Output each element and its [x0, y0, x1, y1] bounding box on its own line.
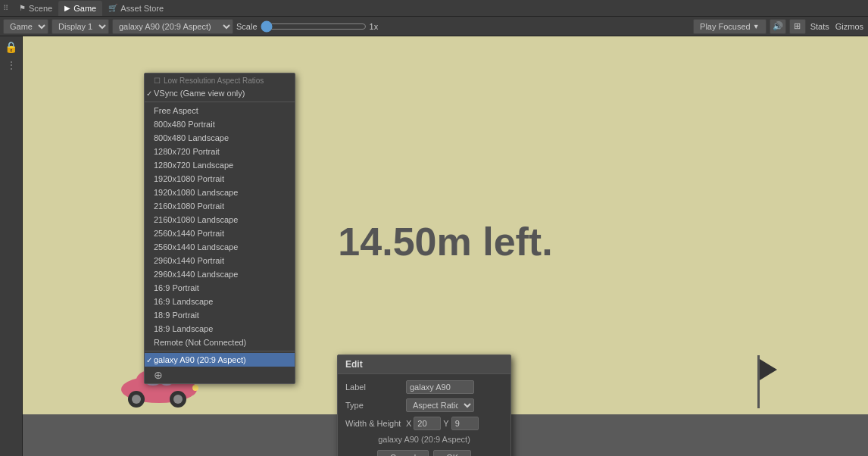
menu-item-vsync[interactable]: VSync (Game view only): [145, 86, 295, 100]
low-res-label: Low Resolution Aspect Ratios: [164, 77, 264, 85]
2560x1440l-label: 2560x1440 Landscape: [154, 242, 238, 251]
stats-label[interactable]: Stats: [809, 22, 831, 31]
aspect-select[interactable]: galaxy A90 (20:9 Aspect): [112, 19, 233, 34]
menu-item-2560x1440l[interactable]: 2560x1440 Landscape: [145, 240, 295, 254]
scale-slider[interactable]: [261, 20, 367, 33]
menu-item-189p[interactable]: 18:9 Portrait: [145, 308, 295, 322]
tab-game-label: Game: [73, 4, 96, 13]
189l-label: 18:9 Landscape: [154, 324, 213, 333]
y-label: Y: [443, 419, 448, 428]
wh-row: Width & Height X Y: [345, 417, 503, 430]
drag-handle: ⠿: [3, 4, 8, 12]
galaxy-a90-label: galaxy A90 (20:9 Aspect): [154, 355, 246, 364]
play-focused-button[interactable]: Play Focused ▼: [693, 19, 767, 34]
1920x1080p-label: 1920x1080 Portrait: [154, 174, 224, 183]
menu-item-1280x720p[interactable]: 1280x720 Portrait: [145, 145, 295, 158]
menu-item-2160x1080l[interactable]: 2160x1080 Landscape: [145, 213, 295, 226]
edit-preview: galaxy A90 (20:9 Aspect): [345, 435, 503, 444]
type-field-label: Type: [345, 401, 406, 410]
svg-point-7: [173, 395, 183, 404]
play-focused-label: Play Focused: [700, 22, 751, 31]
2960x1440p-label: 2960x1440 Portrait: [154, 256, 224, 265]
edit-buttons: Cancel OK: [345, 450, 503, 456]
169p-label: 16:9 Portrait: [154, 283, 199, 292]
type-select[interactable]: Aspect Ratio: [406, 398, 474, 412]
remote-label: Remote (Not Connected): [154, 338, 246, 347]
menu-item-2960x1440l[interactable]: 2960x1440 Landscape: [145, 267, 295, 281]
tab-asset-store[interactable]: 🛒 Asset Store: [102, 1, 170, 16]
edit-dialog: Edit Label Type Aspect Ratio Width & Hei…: [337, 354, 511, 456]
x-input[interactable]: [414, 417, 441, 430]
menu-item-800x480l[interactable]: 800x480 Landscape: [145, 131, 295, 145]
edit-dialog-title: Edit: [338, 355, 510, 374]
audio-icon: 🔊: [773, 21, 783, 31]
menu-item-800x480p[interactable]: 800x480 Portrait: [145, 117, 295, 131]
scene-icon: ⚑: [19, 4, 26, 12]
edit-dialog-body: Label Type Aspect Ratio Width & Height X: [338, 374, 510, 456]
cancel-button[interactable]: Cancel: [377, 450, 429, 456]
2960x1440l-label: 2960x1440 Landscape: [154, 270, 238, 279]
menu-item-2560x1440p[interactable]: 2560x1440 Portrait: [145, 226, 295, 240]
189p-label: 18:9 Portrait: [154, 311, 199, 320]
more-icon[interactable]: ⋮: [5, 58, 18, 73]
menu-item-189l[interactable]: 18:9 Landscape: [145, 322, 295, 336]
type-row: Type Aspect Ratio: [345, 398, 503, 412]
flag-svg: [739, 351, 777, 412]
xy-group: X Y: [406, 417, 479, 430]
scale-value: 1x: [370, 22, 379, 31]
tab-game[interactable]: ▶ Game: [58, 1, 102, 16]
toolbar-right: Play Focused ▼ 🔊 ⊞ Stats Gizmos: [693, 19, 865, 34]
menu-item-low-res-header[interactable]: ☐ Low Resolution Aspect Ratios: [145, 73, 295, 86]
gizmos-label[interactable]: Gizmos: [834, 22, 865, 31]
left-panel: 🔒 ⋮: [0, 36, 23, 456]
menu-item-add[interactable]: ⊕: [145, 367, 295, 383]
game-icon: ▶: [64, 4, 70, 12]
169l-label: 16:9 Landscape: [154, 297, 213, 306]
y-input[interactable]: [451, 417, 479, 430]
game-select[interactable]: Game: [3, 19, 48, 34]
2160x1080l-label: 2160x1080 Landscape: [154, 215, 238, 224]
main-area: 🔒 ⋮ 14.50m left.: [0, 36, 868, 456]
wh-field-label: Width & Height: [345, 419, 406, 428]
menu-item-169p[interactable]: 16:9 Portrait: [145, 281, 295, 295]
2560x1440p-label: 2560x1440 Portrait: [154, 229, 224, 238]
menu-item-1920x1080p[interactable]: 1920x1080 Portrait: [145, 172, 295, 186]
flag: [739, 351, 777, 414]
menu-item-2160x1080p[interactable]: 2160x1080 Portrait: [145, 199, 295, 213]
menu-item-galaxy-a90[interactable]: galaxy A90 (20:9 Aspect): [145, 353, 295, 367]
aspect-dropdown-menu: ☐ Low Resolution Aspect Ratios VSync (Ga…: [144, 73, 295, 384]
800x480l-label: 800x480 Landscape: [154, 133, 229, 142]
free-aspect-label: Free Aspect: [154, 106, 198, 115]
low-res-checkbox: ☐: [154, 77, 161, 85]
svg-rect-9: [757, 355, 760, 408]
label-input[interactable]: [406, 380, 474, 394]
vsync-label: VSync (Game view only): [154, 89, 245, 98]
play-arrow-icon: ▼: [753, 23, 760, 30]
label-row: Label: [345, 380, 503, 394]
toolbar: Game Display 1 galaxy A90 (20:9 Aspect) …: [0, 17, 868, 36]
x-label: X: [406, 419, 411, 428]
800x480p-label: 800x480 Portrait: [154, 120, 215, 129]
layout-icon: ⊞: [794, 21, 801, 31]
label-field-label: Label: [345, 383, 406, 392]
menu-item-remote[interactable]: Remote (Not Connected): [145, 336, 295, 349]
audio-toggle-button[interactable]: 🔊: [770, 19, 786, 34]
menu-item-1280x720l[interactable]: 1280x720 Landscape: [145, 158, 295, 172]
svg-point-5: [132, 395, 141, 404]
display-select[interactable]: Display 1: [52, 19, 109, 34]
svg-point-8: [192, 385, 198, 391]
menu-item-1920x1080l[interactable]: 1920x1080 Landscape: [145, 186, 295, 199]
lock-icon[interactable]: 🔒: [3, 39, 19, 55]
tab-scene[interactable]: ⚑ Scene: [13, 1, 58, 16]
1920x1080l-label: 1920x1080 Landscape: [154, 188, 238, 197]
add-icon: ⊕: [154, 369, 163, 381]
game-center-text: 14.50m left.: [338, 219, 552, 264]
ok-button[interactable]: OK: [433, 450, 471, 456]
divider-2: [145, 351, 295, 351]
menu-item-free-aspect[interactable]: Free Aspect: [145, 104, 295, 117]
layout-button[interactable]: ⊞: [789, 19, 806, 34]
tab-bar: ⠿ ⚑ Scene ▶ Game 🛒 Asset Store: [0, 0, 868, 17]
scale-label: Scale: [236, 22, 258, 31]
menu-item-2960x1440p[interactable]: 2960x1440 Portrait: [145, 254, 295, 267]
menu-item-169l[interactable]: 16:9 Landscape: [145, 295, 295, 308]
